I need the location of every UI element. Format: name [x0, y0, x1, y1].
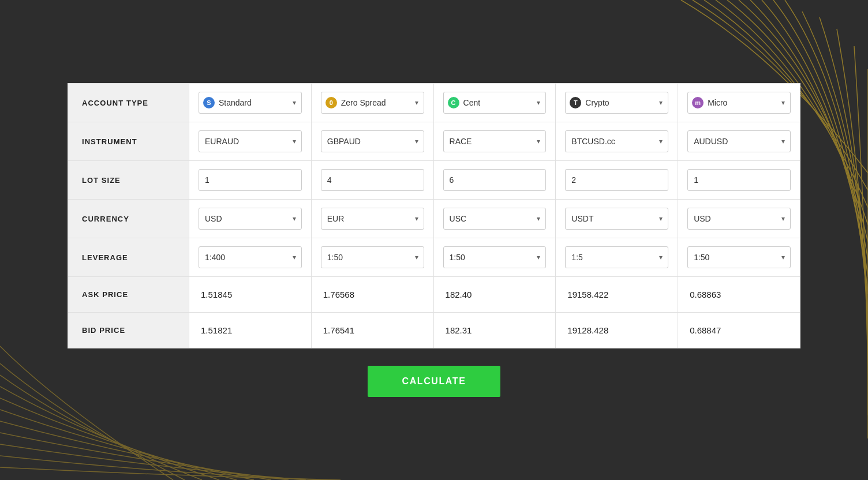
currency-row: CURRENCY USD EUR GBP ▾ EUR USD — [68, 200, 800, 238]
account-type-row: ACCOUNT TYPE S Standard Pro Premium ▾ 0 … — [68, 84, 800, 122]
calculate-button[interactable]: CALCULATE — [368, 366, 501, 397]
instrument-select-0[interactable]: EURAUD EURUSD GBPUSD — [199, 130, 302, 152]
currency-select-wrapper-3: USDT USD ▾ — [565, 208, 668, 230]
currency-cell-2: USC USD ▾ — [433, 200, 556, 238]
currency-select-3[interactable]: USDT USD — [565, 208, 668, 230]
leverage-cell-0: 1:400 1:200 1:100 1:50 ▾ — [189, 238, 312, 277]
leverage-select-4[interactable]: 1:50 1:100 — [687, 246, 791, 268]
leverage-select-3[interactable]: 1:5 1:10 — [565, 246, 668, 268]
ask-price-value-1: 1.76568 — [321, 285, 424, 304]
currency-select-wrapper-4: USD EUR ▾ — [687, 208, 791, 230]
lot-size-label: LOT SIZE — [68, 161, 189, 200]
lot-size-input-0[interactable] — [199, 169, 302, 191]
ask-price-value-4: 0.68863 — [687, 285, 791, 304]
ask-price-cell-2: 182.40 — [433, 277, 556, 313]
bid-price-cell-0: 1.51821 — [189, 313, 312, 348]
currency-select-wrapper-2: USC USD ▾ — [443, 208, 547, 230]
leverage-select-0[interactable]: 1:400 1:200 1:100 1:50 — [199, 246, 302, 268]
leverage-row: LEVERAGE 1:400 1:200 1:100 1:50 ▾ 1:50 — [68, 238, 800, 277]
calculate-btn-wrapper: CALCULATE — [368, 366, 501, 397]
leverage-select-1[interactable]: 1:50 1:100 1:200 — [321, 246, 424, 268]
ask-price-value-2: 182.40 — [443, 285, 547, 304]
account-type-label: ACCOUNT TYPE — [68, 84, 189, 122]
account-type-select-wrapper-3: T Crypto ▾ — [565, 92, 668, 114]
instrument-label: INSTRUMENT — [68, 122, 189, 161]
instrument-row: INSTRUMENT EURAUD EURUSD GBPUSD ▾ GBPAUD… — [68, 122, 800, 161]
lot-size-cell-0 — [189, 161, 312, 200]
account-type-cell-3: T Crypto ▾ — [556, 84, 678, 122]
account-type-cell-2: C Cent ▾ — [433, 84, 556, 122]
account-type-select-wrapper-1: 0 Zero Spread ▾ — [321, 92, 424, 114]
ask-price-cell-3: 19158.422 — [556, 277, 678, 313]
instrument-cell-1: GBPAUD GBPUSD ▾ — [311, 122, 433, 161]
leverage-cell-2: 1:50 1:100 ▾ — [433, 238, 556, 277]
bid-price-label: BID PRICE — [68, 313, 189, 348]
lot-size-input-3[interactable] — [565, 169, 668, 191]
instrument-cell-4: AUDUSD EURUSD ▾ — [678, 122, 800, 161]
ask-price-label: ASK PRICE — [68, 277, 189, 313]
instrument-select-wrapper-3: BTCUSD.cc ETHUSD.cc ▾ — [565, 130, 668, 152]
instrument-select-1[interactable]: GBPAUD GBPUSD — [321, 130, 424, 152]
account-type-select-wrapper-2: C Cent ▾ — [443, 92, 547, 114]
account-type-select-0[interactable]: Standard Pro Premium — [199, 92, 302, 114]
ask-price-cell-0: 1.51845 — [189, 277, 312, 313]
instrument-select-wrapper-2: RACE XAUUSD ▾ — [443, 130, 547, 152]
bid-price-value-1: 1.76541 — [321, 321, 424, 340]
ask-price-row: ASK PRICE 1.51845 1.76568 182.40 19158.4… — [68, 277, 800, 313]
account-type-select-wrapper-4: m Micro ▾ — [687, 92, 791, 114]
leverage-select-wrapper-3: 1:5 1:10 ▾ — [565, 246, 668, 268]
currency-cell-4: USD EUR ▾ — [678, 200, 800, 238]
instrument-select-4[interactable]: AUDUSD EURUSD — [687, 130, 791, 152]
bid-price-cell-4: 0.68847 — [678, 313, 800, 348]
currency-cell-3: USDT USD ▾ — [556, 200, 678, 238]
currency-select-wrapper-1: EUR USD ▾ — [321, 208, 424, 230]
currency-select-1[interactable]: EUR USD — [321, 208, 424, 230]
leverage-select-wrapper-4: 1:50 1:100 ▾ — [687, 246, 791, 268]
lot-size-cell-1 — [311, 161, 433, 200]
leverage-cell-4: 1:50 1:100 ▾ — [678, 238, 800, 277]
instrument-cell-3: BTCUSD.cc ETHUSD.cc ▾ — [556, 122, 678, 161]
currency-cell-0: USD EUR GBP ▾ — [189, 200, 312, 238]
lot-size-input-2[interactable] — [443, 169, 547, 191]
instrument-select-wrapper-4: AUDUSD EURUSD ▾ — [687, 130, 791, 152]
bid-price-value-0: 1.51821 — [199, 321, 302, 340]
bid-price-value-2: 182.31 — [443, 321, 547, 340]
lot-size-input-4[interactable] — [687, 169, 791, 191]
leverage-select-wrapper-0: 1:400 1:200 1:100 1:50 ▾ — [199, 246, 302, 268]
currency-select-2[interactable]: USC USD — [443, 208, 547, 230]
ask-price-cell-4: 0.68863 — [678, 277, 800, 313]
instrument-cell-2: RACE XAUUSD ▾ — [433, 122, 556, 161]
leverage-cell-1: 1:50 1:100 1:200 ▾ — [311, 238, 433, 277]
bid-price-value-3: 19128.428 — [565, 321, 668, 340]
currency-select-wrapper-0: USD EUR GBP ▾ — [199, 208, 302, 230]
instrument-select-wrapper-1: GBPAUD GBPUSD ▾ — [321, 130, 424, 152]
lot-size-input-1[interactable] — [321, 169, 424, 191]
leverage-cell-3: 1:5 1:10 ▾ — [556, 238, 678, 277]
leverage-select-2[interactable]: 1:50 1:100 — [443, 246, 547, 268]
instrument-select-2[interactable]: RACE XAUUSD — [443, 130, 547, 152]
calculator-table: ACCOUNT TYPE S Standard Pro Premium ▾ 0 … — [68, 83, 800, 348]
account-type-cell-0: S Standard Pro Premium ▾ — [189, 84, 312, 122]
account-type-select-wrapper-0: S Standard Pro Premium ▾ — [199, 92, 302, 114]
ask-price-value-0: 1.51845 — [199, 285, 302, 304]
lot-size-row: LOT SIZE — [68, 161, 800, 200]
lot-size-cell-3 — [556, 161, 678, 200]
currency-select-4[interactable]: USD EUR — [687, 208, 791, 230]
account-type-cell-1: 0 Zero Spread ▾ — [311, 84, 433, 122]
leverage-select-wrapper-2: 1:50 1:100 ▾ — [443, 246, 547, 268]
bid-price-cell-3: 19128.428 — [556, 313, 678, 348]
instrument-select-3[interactable]: BTCUSD.cc ETHUSD.cc — [565, 130, 668, 152]
leverage-select-wrapper-1: 1:50 1:100 1:200 ▾ — [321, 246, 424, 268]
leverage-label: LEVERAGE — [68, 238, 189, 277]
lot-size-cell-4 — [678, 161, 800, 200]
currency-cell-1: EUR USD ▾ — [311, 200, 433, 238]
account-type-select-3[interactable]: Crypto — [565, 92, 668, 114]
ask-price-cell-1: 1.76568 — [311, 277, 433, 313]
currency-select-0[interactable]: USD EUR GBP — [199, 208, 302, 230]
bid-price-cell-1: 1.76541 — [311, 313, 433, 348]
instrument-cell-0: EURAUD EURUSD GBPUSD ▾ — [189, 122, 312, 161]
account-type-select-4[interactable]: Micro — [687, 92, 791, 114]
currency-label: CURRENCY — [68, 200, 189, 238]
account-type-select-1[interactable]: Zero Spread — [321, 92, 424, 114]
account-type-select-2[interactable]: Cent — [443, 92, 547, 114]
